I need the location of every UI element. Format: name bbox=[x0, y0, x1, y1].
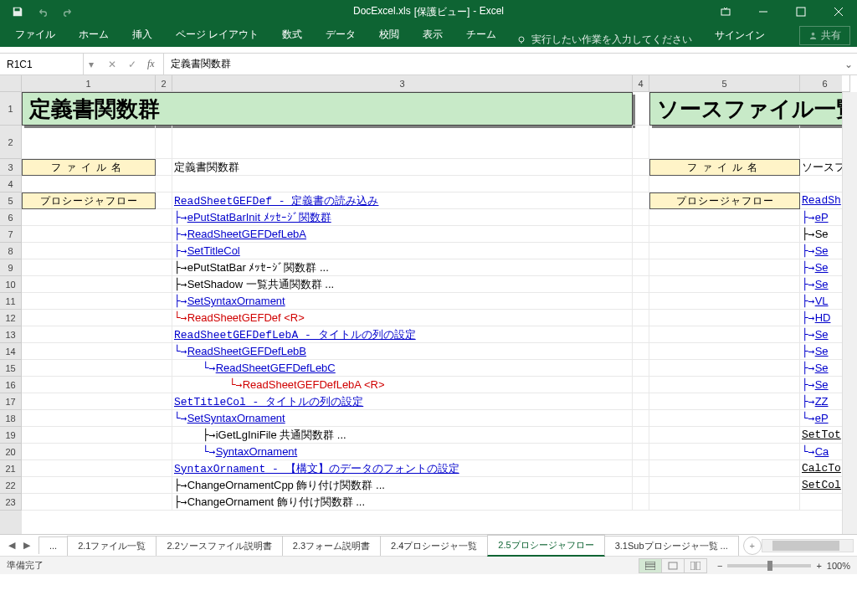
proc-item[interactable]: ├→ SetTitleCol bbox=[172, 243, 633, 259]
cell[interactable] bbox=[649, 444, 800, 460]
view-page-break-icon[interactable] bbox=[684, 558, 707, 573]
cell[interactable] bbox=[156, 159, 172, 176]
label-filename[interactable]: ファイル名 bbox=[22, 159, 156, 176]
proc-item[interactable]: ├→ Se bbox=[800, 243, 842, 259]
cell[interactable] bbox=[22, 427, 172, 444]
cell[interactable] bbox=[633, 360, 649, 377]
vertical-scrollbar[interactable] bbox=[842, 92, 857, 534]
row-header[interactable]: 5 bbox=[0, 192, 22, 209]
view-page-layout-icon[interactable] bbox=[661, 558, 685, 573]
cell[interactable]: ソースファイ bbox=[800, 159, 842, 176]
cell[interactable] bbox=[633, 243, 649, 259]
formula-input[interactable]: 定義書関数群 bbox=[164, 54, 840, 74]
cell[interactable] bbox=[172, 176, 633, 192]
cell[interactable] bbox=[22, 393, 172, 410]
cell[interactable] bbox=[633, 92, 649, 126]
sheet-tab[interactable]: 2.1ファイル一覧 bbox=[67, 536, 157, 556]
row-header[interactable]: 21 bbox=[0, 460, 22, 477]
col-header[interactable]: 3 bbox=[172, 75, 633, 92]
row-header[interactable]: 18 bbox=[0, 410, 22, 427]
proc-item[interactable]: ├→ SetSyntaxOrnament bbox=[172, 293, 633, 310]
tab-insert[interactable]: 挿入 bbox=[121, 23, 164, 47]
close-button[interactable] bbox=[819, 0, 857, 23]
tab-view[interactable]: 表示 bbox=[411, 23, 454, 47]
cell[interactable] bbox=[22, 209, 172, 226]
sheet-tab[interactable]: 2.3フォーム説明書 bbox=[282, 536, 381, 556]
label-procflow-right[interactable]: プロシージャフロー bbox=[649, 192, 800, 209]
row-header[interactable]: 20 bbox=[0, 444, 22, 460]
cell[interactable] bbox=[649, 427, 800, 444]
cell[interactable] bbox=[22, 494, 172, 511]
cell[interactable] bbox=[22, 176, 156, 192]
cell[interactable] bbox=[633, 393, 649, 410]
sheet-tab[interactable]: 2.4プロシージャ一覧 bbox=[380, 536, 488, 556]
add-sheet-button[interactable]: + bbox=[743, 536, 762, 555]
proc-item[interactable]: ├→ ChangeOrnament 飾り付け関数群 ... bbox=[172, 494, 633, 511]
proc-item[interactable]: ├→ ZZ bbox=[800, 393, 842, 410]
row-header[interactable]: 9 bbox=[0, 259, 22, 276]
proc-item[interactable]: ├→ Se bbox=[800, 326, 842, 343]
proc-item[interactable]: └→ Ca bbox=[800, 444, 842, 460]
horizontal-scrollbar[interactable] bbox=[762, 539, 854, 552]
row-header[interactable]: 12 bbox=[0, 310, 22, 326]
tell-me-search[interactable]: 実行したい作業を入力してください bbox=[516, 33, 692, 47]
cell[interactable] bbox=[633, 377, 649, 393]
ribbon-options-icon[interactable] bbox=[706, 0, 744, 23]
cell[interactable] bbox=[22, 293, 172, 310]
proc-item[interactable]: ├→ ReadSheetGEFDefLebA bbox=[172, 226, 633, 243]
cell[interactable] bbox=[22, 444, 172, 460]
cell[interactable] bbox=[649, 460, 800, 477]
cell[interactable] bbox=[633, 209, 649, 226]
cell[interactable] bbox=[633, 259, 649, 276]
proc-link[interactable]: ReadSh bbox=[800, 192, 842, 209]
proc-link[interactable]: SetTot bbox=[800, 427, 842, 444]
cell[interactable] bbox=[22, 226, 172, 243]
sheet-tab[interactable]: 2.2ソースファイル説明書 bbox=[156, 536, 282, 556]
sheet-tab[interactable]: 3.1Subプロシージャ一覧 ... bbox=[604, 536, 739, 556]
tab-nav-next-icon[interactable]: ▶ bbox=[20, 540, 33, 551]
sheet-tab-active[interactable]: 2.5プロシージャフロー bbox=[487, 535, 604, 557]
cell[interactable] bbox=[172, 126, 633, 159]
col-header[interactable]: 6 bbox=[800, 75, 850, 92]
cell[interactable] bbox=[649, 494, 800, 511]
redo-icon[interactable] bbox=[57, 2, 79, 22]
cell[interactable] bbox=[633, 326, 649, 343]
cell[interactable] bbox=[649, 293, 800, 310]
minimize-button[interactable] bbox=[744, 0, 782, 23]
cell[interactable] bbox=[22, 126, 156, 159]
col-header[interactable]: 5 bbox=[649, 75, 800, 92]
row-header[interactable]: 22 bbox=[0, 477, 22, 494]
zoom-in-button[interactable]: + bbox=[816, 561, 821, 571]
name-box[interactable]: R1C1 bbox=[0, 54, 84, 74]
proc-item[interactable]: ├→ HD bbox=[800, 310, 842, 326]
proc-item[interactable]: ├→ Se bbox=[800, 360, 842, 377]
proc-link[interactable]: SetTitleCol - タイトルの列の設定 bbox=[172, 393, 633, 410]
cell[interactable] bbox=[633, 226, 649, 243]
fx-icon[interactable]: fx bbox=[142, 58, 160, 70]
cell[interactable] bbox=[633, 494, 649, 511]
cell[interactable] bbox=[649, 276, 800, 293]
cell[interactable] bbox=[800, 176, 842, 192]
cell[interactable]: 定義書関数群 bbox=[172, 159, 633, 176]
cell[interactable] bbox=[800, 494, 842, 511]
proc-item[interactable]: ├→ ChangeOrnamentCpp 飾り付け関数群 ... bbox=[172, 477, 633, 494]
row-header[interactable]: 19 bbox=[0, 427, 22, 444]
row-header[interactable]: 6 bbox=[0, 209, 22, 226]
cell[interactable] bbox=[22, 360, 172, 377]
row-header[interactable]: 7 bbox=[0, 226, 22, 243]
proc-item[interactable]: └→ SetSyntaxOrnament bbox=[172, 410, 633, 427]
proc-item[interactable]: ├→ Se bbox=[800, 343, 842, 360]
label-filename-right[interactable]: ファイル名 bbox=[649, 159, 800, 176]
name-box-dropdown-icon[interactable]: ▾ bbox=[84, 59, 99, 70]
tab-team[interactable]: チーム bbox=[454, 23, 508, 47]
cell[interactable] bbox=[633, 410, 649, 427]
title-cell-main[interactable]: 定義書関数群 bbox=[22, 92, 633, 126]
cell[interactable] bbox=[22, 243, 172, 259]
proc-link[interactable]: CalcTo bbox=[800, 460, 842, 477]
cell[interactable] bbox=[156, 176, 172, 192]
cell[interactable] bbox=[633, 310, 649, 326]
row-header[interactable]: 2 bbox=[0, 126, 22, 159]
title-cell-right[interactable]: ソースファイル一覧関数 bbox=[649, 92, 842, 126]
proc-item[interactable]: ├→ iGetLgIniFile 共通関数群 ... bbox=[172, 427, 633, 444]
cell[interactable] bbox=[649, 377, 800, 393]
